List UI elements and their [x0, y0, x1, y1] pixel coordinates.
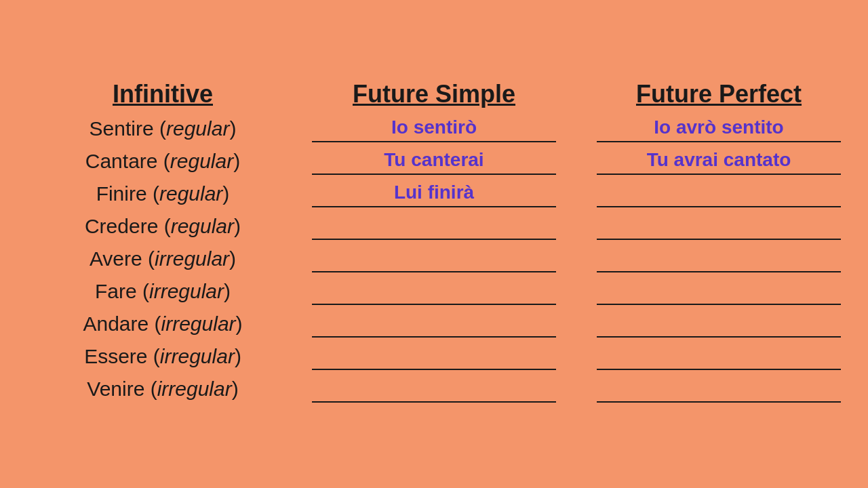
future-simple-cell: [292, 343, 576, 370]
table-row: Avere (irregular): [34, 245, 834, 272]
future-perfect-answer: Io avrò sentito: [654, 117, 783, 138]
future-simple-answer: Tu canterai: [384, 149, 484, 171]
future-perfect-cell: [576, 375, 861, 403]
infinitive-cell: Venire (irregular): [34, 378, 292, 401]
future-perfect-answer: Tu avrai cantato: [647, 149, 791, 171]
future-simple-cell: Lui finirà: [292, 180, 576, 207]
future-perfect-cell: [576, 180, 861, 207]
rows-container: Sentire (regular)Io sentiròIo avrò senti…: [34, 115, 834, 403]
main-table: Infinitive Future Simple Future Perfect …: [34, 66, 834, 422]
future-perfect-cell: [576, 343, 861, 370]
infinitive-cell: Sentire (regular): [34, 117, 292, 140]
infinitive-cell: Cantare (regular): [34, 150, 292, 173]
table-row: Cantare (regular)Tu canteraiTu avrai can…: [34, 148, 834, 175]
future-simple-answer: Io sentirò: [391, 117, 477, 138]
future-simple-cell: Tu canterai: [292, 148, 576, 175]
future-simple-cell: [292, 245, 576, 272]
header-row: Infinitive Future Simple Future Perfect: [34, 80, 834, 108]
header-infinitive: Infinitive: [34, 80, 292, 108]
future-simple-cell: [292, 375, 576, 403]
future-simple-cell: Io sentirò: [292, 115, 576, 142]
future-simple-cell: [292, 310, 576, 338]
table-row: Venire (irregular): [34, 375, 834, 403]
table-row: Finire (regular)Lui finirà: [34, 180, 834, 207]
future-simple-answer: Lui finirà: [394, 182, 474, 203]
header-future-simple: Future Simple: [292, 80, 576, 108]
infinitive-cell: Avere (irregular): [34, 247, 292, 270]
table-row: Andare (irregular): [34, 310, 834, 338]
infinitive-cell: Essere (irregular): [34, 345, 292, 368]
infinitive-cell: Finire (regular): [34, 182, 292, 205]
infinitive-cell: Credere (regular): [34, 215, 292, 238]
table-row: Sentire (regular)Io sentiròIo avrò senti…: [34, 115, 834, 142]
future-simple-cell: [292, 278, 576, 305]
table-row: Fare (irregular): [34, 278, 834, 305]
future-perfect-cell: [576, 213, 861, 240]
future-perfect-cell: [576, 245, 861, 272]
future-perfect-cell: [576, 278, 861, 305]
future-perfect-cell: [576, 310, 861, 338]
future-perfect-cell: Tu avrai cantato: [576, 148, 861, 175]
future-simple-cell: [292, 213, 576, 240]
infinitive-cell: Andare (irregular): [34, 312, 292, 336]
table-row: Essere (irregular): [34, 343, 834, 370]
header-future-perfect: Future Perfect: [576, 80, 861, 108]
table-row: Credere (regular): [34, 213, 834, 240]
infinitive-cell: Fare (irregular): [34, 280, 292, 303]
future-perfect-cell: Io avrò sentito: [576, 115, 861, 142]
